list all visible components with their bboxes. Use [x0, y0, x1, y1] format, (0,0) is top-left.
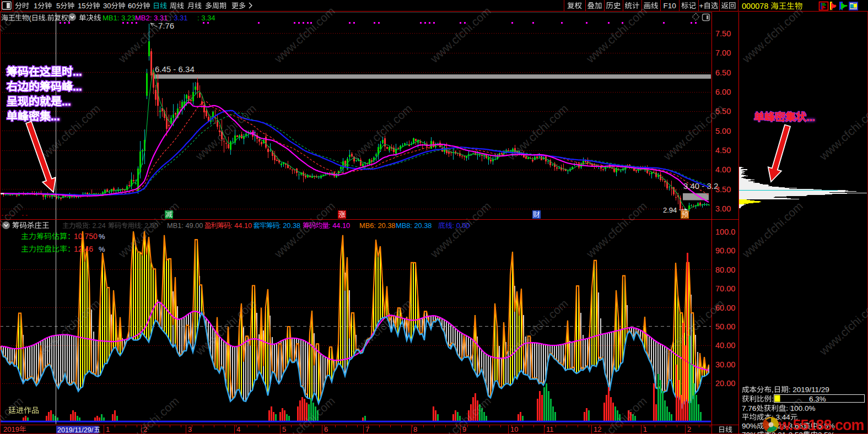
svg-text:60: 60: [128, 2, 136, 10]
svg-text:F10: F10: [663, 2, 676, 10]
svg-text:4.50: 4.50: [715, 146, 731, 155]
svg-text:40.00: 40.00: [715, 341, 735, 350]
svg-text:2019/11/29/: 2019/11/29/: [57, 426, 94, 434]
svg-text:.: .: [45, 14, 47, 22]
svg-text:20.00: 20.00: [715, 379, 735, 388]
svg-text:5: 5: [56, 2, 60, 10]
svg-text:000078: 000078: [742, 2, 768, 10]
svg-text:100.0: 100.0: [715, 227, 735, 236]
svg-text:: 2.24: : 2.24: [89, 222, 106, 230]
svg-text:...: ...: [73, 66, 82, 78]
svg-text:1: 1: [106, 425, 110, 433]
svg-text:,: ,: [772, 386, 774, 394]
svg-text:4.00: 4.00: [715, 165, 731, 174]
svg-text:12.46: 12.46: [74, 245, 93, 253]
svg-text:6: 6: [324, 425, 328, 433]
svg-text:1: 1: [34, 2, 37, 10]
svg-text:+: +: [699, 2, 704, 10]
svg-text:3.40 - 3.2: 3.40 - 3.2: [683, 181, 718, 191]
svg-text:70.00: 70.00: [715, 284, 735, 293]
svg-text:: 44.10: : 44.10: [230, 221, 252, 230]
svg-text:10.750: 10.750: [74, 232, 98, 241]
svg-text:%: %: [99, 245, 105, 253]
svg-text:5.00: 5.00: [715, 127, 731, 135]
svg-text:...: ...: [806, 111, 815, 123]
svg-text:3: 3: [188, 425, 192, 433]
svg-text:2019: 2019: [3, 425, 19, 433]
svg-text:...: ...: [73, 80, 82, 93]
svg-text:2.94: 2.94: [663, 206, 677, 214]
svg-text:w.55188.com: w.55188.com: [778, 417, 864, 433]
svg-text:6.45 - 6.34: 6.45 - 6.34: [155, 64, 195, 74]
svg-text:6.50: 6.50: [715, 68, 731, 77]
svg-text:7.50: 7.50: [715, 29, 731, 38]
svg-text:50.00: 50.00: [715, 322, 735, 331]
svg-text:90.00: 90.00: [715, 246, 735, 255]
svg-text:: 3.34: : 3.34: [197, 14, 215, 22]
svg-text:8: 8: [413, 425, 417, 433]
svg-text:%: %: [99, 232, 105, 241]
svg-text:3.50: 3.50: [715, 185, 731, 194]
svg-text:5: 5: [282, 425, 286, 433]
svg-text::: :: [772, 395, 774, 403]
svg-text:MB1: 3.23: MB1: 3.23: [103, 14, 135, 22]
svg-text:7.00: 7.00: [715, 48, 731, 57]
svg-text:...: ...: [62, 95, 71, 107]
svg-text:MB1: 49.00: MB1: 49.00: [167, 221, 203, 230]
svg-text:30.00: 30.00: [715, 360, 735, 369]
svg-text:...: ...: [51, 110, 60, 122]
svg-text:(: (: [29, 14, 31, 22]
svg-text:3.00: 3.00: [715, 204, 731, 213]
svg-text:6.3%: 6.3%: [809, 395, 826, 403]
svg-text:30: 30: [103, 2, 111, 10]
svg-text:80.00: 80.00: [715, 265, 735, 274]
svg-text:7.76: 7.76: [742, 404, 756, 413]
svg-text:: 2019/11/29: : 2019/11/29: [789, 386, 829, 394]
svg-text:90%: 90%: [742, 422, 757, 430]
svg-text:MB8: 20.38: MB8: 20.38: [396, 221, 432, 230]
svg-text:11: 11: [546, 425, 554, 433]
svg-text:6.00: 6.00: [715, 88, 731, 96]
svg-text:: 44.10: : 44.10: [328, 221, 350, 230]
svg-text:MB6: 20.38: MB6: 20.38: [359, 221, 395, 230]
svg-text:15: 15: [78, 2, 85, 10]
svg-text:7: 7: [365, 425, 369, 433]
svg-text:4: 4: [236, 425, 240, 433]
